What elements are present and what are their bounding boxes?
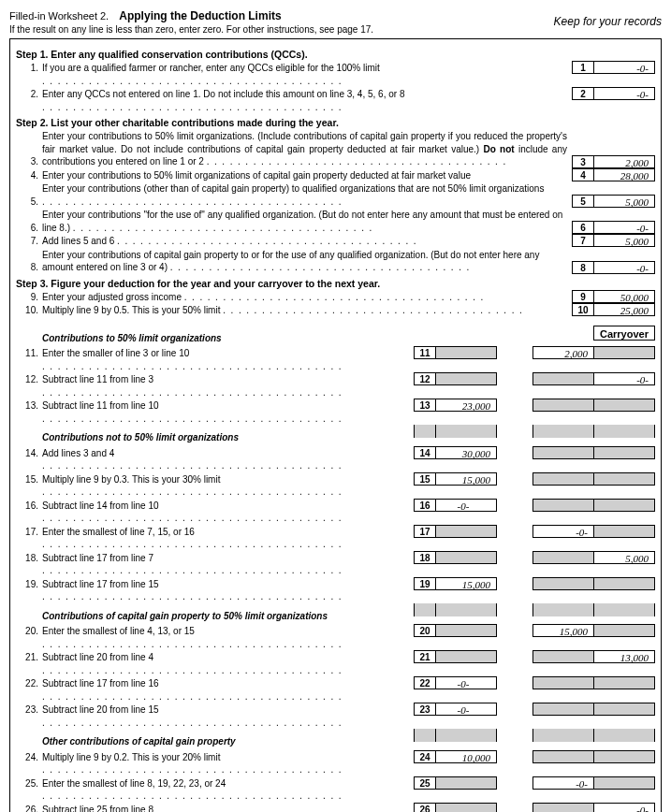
keep-for-records: Keep for your records — [554, 15, 662, 28]
line-10-value: 25,000 — [593, 303, 655, 316]
line-1: 1. If you are a qualified farmer or ranc… — [16, 62, 655, 87]
line-1-value: -0- — [593, 61, 655, 74]
line-10: 10. Multiply line 9 by 0.5. This is your… — [16, 304, 655, 317]
line-3-label: 3 — [572, 155, 594, 168]
line-8-label: 8 — [572, 261, 594, 274]
line-5: 5. Enter your contributions (other than … — [16, 182, 655, 208]
step1-heading: Step 1. Enter any qualified conservation… — [16, 49, 655, 60]
line-7-value: 5,000 — [593, 234, 655, 247]
line-7-label: 7 — [572, 234, 594, 247]
subhead-50pct: Contributions to 50% limit organizations — [42, 332, 409, 345]
line-1-label: 1 — [572, 61, 594, 74]
step3-heading: Step 3. Figure your deduction for the ye… — [16, 278, 655, 289]
line-11: 11. Enter the smaller of line 3 or line … — [16, 347, 655, 372]
title-prefix: Filled-in Worksheet 2. — [9, 10, 109, 22]
line-9-label: 9 — [572, 290, 594, 303]
line-5-value: 5,000 — [593, 195, 655, 208]
line-3-value: 2,000 — [593, 155, 655, 168]
line-7: 7. Add lines 5 and 6 7 5,000 — [16, 235, 655, 248]
worksheet-frame: Step 1. Enter any qualified conservation… — [9, 38, 662, 812]
line-18: 18.Subtract line 17 from line 7 185,000 — [16, 552, 655, 577]
line-2-value: -0- — [593, 87, 655, 100]
line-23: 23.Subtract line 20 from line 15 23-0- — [16, 703, 655, 729]
line-12: 12. Subtract line 11 from line 3 12 -0- — [16, 373, 655, 399]
line-16: 16.Subtract line 14 from line 10 16-0- — [16, 500, 655, 525]
carryover-header: Carryover — [593, 326, 655, 341]
step2-heading: Step 2. List your other charitable contr… — [16, 117, 655, 128]
worksheet-header: Filled-in Worksheet 2. Applying the Dedu… — [9, 9, 662, 35]
subhead-not50: Contributions not to 50% limit organizat… — [42, 431, 409, 444]
carryover-header-row: Contributions to 50% limit organizations… — [16, 326, 655, 347]
line-8: 8. Enter your contributions of capital g… — [16, 249, 655, 274]
line-2: 2. Enter any QCCs not entered on line 1.… — [16, 88, 655, 113]
line-9-value: 50,000 — [593, 290, 655, 303]
line-20: 20.Enter the smallest of line 4, 13, or … — [16, 625, 655, 650]
line-15: 15.Multiply line 9 by 0.3. This is your … — [16, 473, 655, 499]
line-6: 6. Enter your contributions "for the use… — [16, 209, 655, 234]
line-4: 4. Enter your contributions to 50% limit… — [16, 169, 655, 182]
line-6-label: 6 — [572, 221, 594, 234]
line-19: 19.Subtract line 17 from line 15 1915,00… — [16, 578, 655, 603]
line-10-label: 10 — [572, 303, 594, 316]
line-13: 13. Subtract line 11 from line 10 13 23,… — [16, 399, 655, 425]
line-13-a: 23,000 — [435, 399, 497, 412]
line-11-c: 2,000 — [532, 346, 594, 359]
title-main: Applying the Deduction Limits — [119, 9, 281, 22]
line-5-label: 5 — [572, 195, 594, 208]
line-2-label: 2 — [572, 87, 594, 100]
line-25: 25.Enter the smallest of line 8, 19, 22,… — [16, 777, 655, 803]
line-22: 22.Subtract line 17 from line 16 22-0- — [16, 677, 655, 703]
line-4-value: 28,000 — [593, 168, 655, 181]
line-12-d: -0- — [593, 372, 655, 385]
line-6-value: -0- — [593, 221, 655, 234]
line-4-label: 4 — [572, 168, 594, 181]
line-3: 3. Enter your contributions to 50% limit… — [16, 130, 655, 168]
line-24: 24.Multiply line 9 by 0.2. This is your … — [16, 751, 655, 776]
line-17: 17.Enter the smallest of line 7, 15, or … — [16, 526, 655, 551]
line-9: 9. Enter your adjusted gross income 9 50… — [16, 291, 655, 304]
subhead-othercgp: Other contributions of capital gain prop… — [42, 735, 409, 748]
subhead-cgp50: Contributions of capital gain property t… — [42, 610, 409, 623]
line-26: 26.Subtract line 25 from line 8 26-0- — [16, 804, 655, 813]
line-14: 14.Add lines 3 and 4 1430,000 — [16, 447, 655, 472]
line-21: 21.Subtract line 20 from line 4 2113,000 — [16, 651, 655, 676]
line-8-value: -0- — [593, 261, 655, 274]
